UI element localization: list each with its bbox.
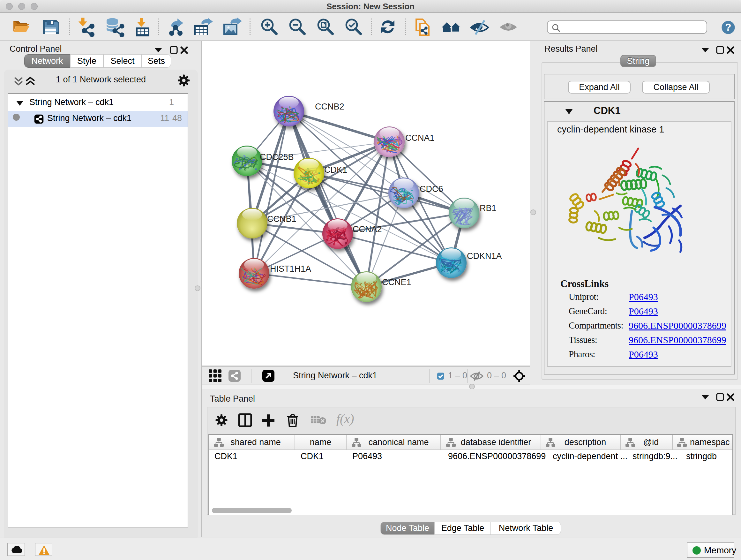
svg-text:CCNB1: CCNB1 (267, 214, 296, 224)
svg-text:?: ? (725, 22, 731, 33)
svg-text:CDKN1A: CDKN1A (467, 251, 502, 261)
svg-text:CDK1: CDK1 (324, 165, 347, 175)
svg-text:RB1: RB1 (480, 203, 496, 213)
svg-text:HIST1H1A: HIST1H1A (270, 264, 311, 273)
svg-text:CCNA2: CCNA2 (353, 225, 382, 234)
svg-text:CCNE1: CCNE1 (382, 277, 411, 287)
svg-text:CCNB2: CCNB2 (315, 102, 344, 111)
svg-text:CCNA1: CCNA1 (405, 133, 434, 143)
svg-text:CDC6: CDC6 (420, 184, 443, 194)
svg-text:CDC25B: CDC25B (260, 152, 294, 162)
